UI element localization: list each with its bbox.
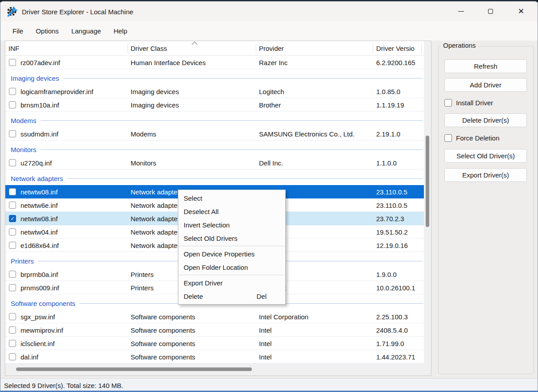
context-menu-item-select-old-drivers[interactable]: Select Old Drivers bbox=[178, 231, 285, 245]
group-row-modems[interactable]: Modems bbox=[5, 111, 424, 127]
row-checkbox[interactable] bbox=[9, 228, 16, 235]
vertical-scrollbar[interactable] bbox=[424, 41, 431, 363]
row-checkbox[interactable] bbox=[9, 313, 16, 320]
row-checkbox[interactable] bbox=[9, 202, 16, 209]
row-checkbox[interactable] bbox=[9, 188, 16, 195]
driver-row-sgx-psw-inf[interactable]: sgx_psw.inf Software components Intel Co… bbox=[5, 310, 424, 323]
cell-provider: Logitech bbox=[259, 87, 284, 95]
column-header-inf[interactable]: INF bbox=[8, 45, 19, 52]
cell-driver-version: 2.19.1.0 bbox=[376, 130, 400, 137]
group-row-imaging-devices[interactable]: Imaging devices bbox=[5, 69, 424, 85]
sort-ascending-chevron-up-icon bbox=[192, 41, 197, 47]
column-header-driver-version[interactable]: Driver Versio bbox=[376, 45, 415, 52]
menu-options[interactable]: Options bbox=[29, 25, 65, 38]
row-checkbox[interactable] bbox=[9, 59, 16, 66]
horizontal-scrollbar-thumb[interactable] bbox=[16, 367, 252, 371]
cell-driver-version: 2.25.100.3 bbox=[376, 313, 408, 320]
driver-row-iclsclient-inf[interactable]: iclsclient.inf Software components Intel… bbox=[5, 337, 424, 350]
checkbox-icon[interactable] bbox=[444, 134, 452, 142]
group-divider-line bbox=[41, 120, 423, 121]
cell-inf: ssudmdm.inf bbox=[21, 130, 58, 137]
menu-help[interactable]: Help bbox=[107, 25, 134, 38]
app-window: Driver Store Explorer - Local Machine ✕ … bbox=[0, 0, 538, 392]
delete-driver-s-button[interactable]: Delete Driver(s) bbox=[444, 113, 527, 127]
cell-inf: netwtw08.inf bbox=[21, 215, 57, 222]
cell-driver-version: 1.1.19.19 bbox=[376, 101, 404, 108]
cell-provider: Intel bbox=[259, 353, 271, 360]
maximize-button[interactable] bbox=[478, 1, 502, 21]
export-driver-s-button[interactable]: Export Driver(s) bbox=[444, 168, 527, 182]
context-menu-item-delete[interactable]: Delete Del bbox=[178, 289, 285, 303]
cell-driver-version: 6.2.9200.165 bbox=[376, 58, 415, 66]
cell-provider: Brother bbox=[259, 101, 281, 108]
context-menu-item-export-driver[interactable]: Export Driver bbox=[178, 276, 285, 289]
cell-inf: rz007adev.inf bbox=[21, 58, 60, 66]
cell-provider: Intel bbox=[259, 326, 271, 334]
row-checkbox[interactable] bbox=[9, 353, 16, 360]
minimize-button[interactable] bbox=[449, 1, 473, 21]
select-old-driver-s-button[interactable]: Select Old Driver(s) bbox=[444, 149, 527, 163]
driver-row-dal-inf[interactable]: dal.inf Software components Intel 1.44.2… bbox=[5, 350, 424, 363]
row-checkbox[interactable] bbox=[9, 242, 16, 249]
row-checkbox[interactable] bbox=[9, 101, 16, 108]
cell-driver-version: 1.71.99.0 bbox=[376, 339, 404, 347]
driver-row-logicamframeprovider-inf[interactable]: logicamframeprovider.inf Imaging devices… bbox=[5, 85, 424, 98]
context-menu-item-open-device-properties[interactable]: Open Device Properties bbox=[178, 247, 285, 260]
group-row-monitors[interactable]: Monitors bbox=[5, 140, 424, 156]
checkbox-icon[interactable] bbox=[444, 99, 452, 107]
cell-inf: netwtw6e.inf bbox=[21, 201, 57, 209]
cell-provider: Razer Inc bbox=[259, 58, 287, 66]
cell-provider: Dell Inc. bbox=[259, 159, 283, 166]
window-title: Driver Store Explorer - Local Machine bbox=[22, 8, 133, 15]
list-header: INF Driver Class Provider Driver Versio bbox=[5, 41, 424, 56]
app-gear-wrench-icon bbox=[6, 5, 18, 17]
context-menu: Select Deselect All Invert Selection Sel… bbox=[178, 190, 286, 305]
add-driver-button[interactable]: Add Driver bbox=[444, 78, 527, 92]
menu-shortcut: Del bbox=[256, 293, 267, 300]
cell-driver-version: 23.70.2.3 bbox=[376, 215, 404, 222]
row-checkbox[interactable] bbox=[9, 284, 16, 291]
row-checkbox[interactable] bbox=[9, 340, 16, 347]
cell-driver-class: Monitors bbox=[131, 159, 156, 166]
cell-inf: brprmb0a.inf bbox=[21, 270, 58, 278]
cell-inf: e1d68x64.inf bbox=[21, 241, 59, 249]
operations-panel: Operations RefreshAdd Driver Install Dri… bbox=[438, 46, 534, 374]
cell-provider: SAMSUNG Electronics Co., Ltd. bbox=[259, 130, 354, 137]
vertical-scrollbar-thumb[interactable] bbox=[426, 136, 429, 227]
scrollbar-corner bbox=[424, 363, 431, 375]
driver-row-mewmiprov-inf[interactable]: mewmiprov.inf Software components Intel … bbox=[5, 323, 424, 337]
driver-row-brnsm10a-inf[interactable]: brnsm10a.inf Imaging devices Brother 1.1… bbox=[5, 98, 424, 111]
column-header-provider[interactable]: Provider bbox=[259, 45, 284, 52]
row-checkbox[interactable] bbox=[9, 159, 16, 166]
driver-row-ssudmdm-inf[interactable]: ssudmdm.inf Modems SAMSUNG Electronics C… bbox=[5, 127, 424, 140]
driver-row-rz007adev-inf[interactable]: rz007adev.inf Human Interface Devices Ra… bbox=[5, 56, 424, 69]
cell-driver-version: 19.51.50.2 bbox=[376, 228, 408, 235]
context-menu-separator bbox=[179, 246, 285, 246]
menu-language[interactable]: Language bbox=[65, 25, 107, 38]
group-label: Monitors bbox=[11, 146, 37, 153]
refresh-button[interactable]: Refresh bbox=[444, 59, 527, 73]
row-checkbox[interactable] bbox=[9, 130, 16, 137]
driver-row-u2720q-inf[interactable]: u2720q.inf Monitors Dell Inc. 1.1.0.0 bbox=[5, 156, 424, 169]
column-header-driver-class[interactable]: Driver Class bbox=[131, 45, 167, 52]
horizontal-scrollbar[interactable] bbox=[5, 363, 424, 375]
context-menu-item-deselect-all[interactable]: Deselect All bbox=[178, 205, 285, 218]
context-menu-item-select[interactable]: Select bbox=[178, 191, 285, 205]
column-separator bbox=[421, 43, 422, 53]
menu-file[interactable]: File bbox=[6, 25, 29, 38]
cell-driver-version: 10.0.26100.1 bbox=[376, 284, 415, 291]
row-checkbox[interactable] bbox=[9, 88, 16, 95]
row-checkbox[interactable] bbox=[9, 271, 16, 278]
row-checkbox-checked[interactable]: ✓ bbox=[9, 215, 16, 222]
context-menu-item-invert-selection[interactable]: Invert Selection bbox=[178, 218, 285, 231]
cell-driver-class: Modems bbox=[131, 130, 156, 137]
cell-driver-class: Network adapters bbox=[131, 188, 183, 195]
install-driver-checkbox[interactable]: Install Driver bbox=[444, 98, 493, 107]
row-checkbox[interactable] bbox=[9, 326, 16, 334]
group-row-network-adapters[interactable]: Network adapters bbox=[5, 169, 424, 185]
context-menu-item-open-folder-location[interactable]: Open Folder Location bbox=[178, 260, 285, 274]
force-deletion-checkbox[interactable]: Force Deletion bbox=[444, 133, 500, 143]
close-button[interactable]: ✕ bbox=[509, 1, 533, 21]
cell-driver-version: 12.19.0.16 bbox=[376, 241, 408, 249]
menu-bar: FileOptionsLanguageHelp bbox=[0, 21, 538, 41]
